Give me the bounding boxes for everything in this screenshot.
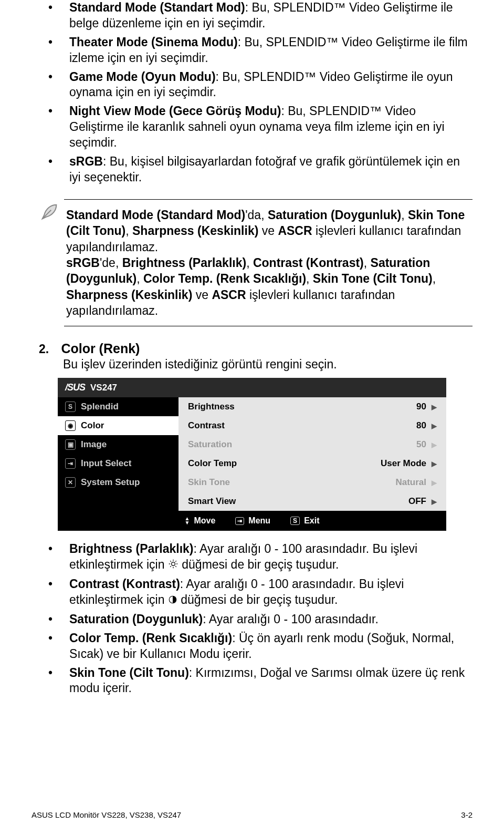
osd-item-system: ✕System Setup xyxy=(58,473,178,492)
chevron-right-icon: ▶ xyxy=(432,422,437,430)
color-icon: ◉ xyxy=(65,420,76,431)
tools-icon: ✕ xyxy=(65,477,76,488)
move-hint: ▲▼Move xyxy=(185,516,216,526)
svg-line-7 xyxy=(175,566,176,567)
footer-right: 3-2 xyxy=(461,810,472,819)
osd-item-color: ◉Color xyxy=(58,416,178,435)
feather-icon xyxy=(39,199,64,327)
s-icon: S xyxy=(290,517,300,525)
asus-logo: /SUS xyxy=(65,382,85,393)
chevron-right-icon: ▶ xyxy=(432,460,437,468)
osd-model: VS247 xyxy=(90,383,117,393)
osd-row-colortemp: Color TempUser Mode▶ xyxy=(178,454,446,473)
chevron-right-icon: ▶ xyxy=(432,498,437,506)
osd-item-image: ▣Image xyxy=(58,435,178,454)
osd-item-splendid: SSplendid xyxy=(58,397,178,416)
chevron-right-icon: ▶ xyxy=(432,479,437,487)
svg-point-1 xyxy=(172,562,175,566)
svg-line-6 xyxy=(170,561,171,562)
note-paragraph: sRGB'de, Brightness (Parlaklık), Contras… xyxy=(66,255,470,318)
chevron-right-icon: ▶ xyxy=(432,441,437,449)
section-description: Bu işlev üzerinden istediğiniz görüntü r… xyxy=(32,356,472,373)
osd-header: /SUS VS247 xyxy=(58,378,446,397)
footer-left: ASUS LCD Monitör VS228, VS238, VS247 xyxy=(32,810,181,819)
sun-icon xyxy=(168,558,178,573)
chevron-right-icon: ▶ xyxy=(432,403,437,411)
section-color: 2. Color (Renk) Bu işlev üzerinden isted… xyxy=(32,341,472,373)
list-item: sRGB: Bu, kişisel bilgisayarlardan fotoğ… xyxy=(69,154,472,186)
page-footer: ASUS LCD Monitör VS228, VS238, VS247 3-2 xyxy=(32,810,472,819)
list-item: Contrast (Kontrast): Ayar aralığı 0 - 10… xyxy=(69,576,472,609)
menu-icon: ⇥ xyxy=(235,517,244,525)
osd-row-brightness: Brightness90▶ xyxy=(178,397,446,416)
osd-row-contrast: Contrast80▶ xyxy=(178,416,446,435)
list-item: Night View Mode (Gece Görüş Modu): Bu, S… xyxy=(69,104,472,151)
input-icon: ⇥ xyxy=(65,458,76,469)
list-item: Brightness (Parlaklık): Ayar aralığı 0 -… xyxy=(69,541,472,573)
color-settings-list: Brightness (Parlaklık): Ayar aralığı 0 -… xyxy=(32,541,472,696)
s-icon: S xyxy=(65,401,76,412)
menu-hint: ⇥Menu xyxy=(235,516,270,526)
list-item: Standard Mode (Standart Mod): Bu, SPLEND… xyxy=(69,0,472,32)
osd-left-menu: SSplendid ◉Color ▣Image ⇥Input Select ✕S… xyxy=(58,397,178,511)
list-item: Game Mode (Oyun Modu): Bu, SPLENDID™ Vid… xyxy=(69,69,472,101)
osd-footer: ▲▼Move ⇥Menu SExit xyxy=(58,511,446,531)
osd-right-panel: Brightness90▶ Contrast80▶ Saturation50▶ … xyxy=(178,397,446,511)
list-item: Skin Tone (Cilt Tonu): Kırmızımsı, Doğal… xyxy=(69,665,472,697)
note-box: Standard Mode (Standard Mod)'da, Saturat… xyxy=(32,199,472,327)
updown-icon: ▲▼ xyxy=(185,517,190,525)
osd-row-saturation: Saturation50▶ xyxy=(178,435,446,454)
list-item: Theater Mode (Sinema Modu): Bu, SPLENDID… xyxy=(69,35,472,66)
osd-row-smartview: Smart ViewOFF▶ xyxy=(178,492,446,511)
list-item: Color Temp. (Renk Sıcaklığı): Üç ön ayar… xyxy=(69,631,472,662)
svg-line-9 xyxy=(175,561,176,562)
section-heading: 2. Color (Renk) xyxy=(32,341,472,356)
note-content: Standard Mode (Standard Mod)'da, Saturat… xyxy=(64,199,472,327)
exit-hint: SExit xyxy=(290,516,319,526)
splendid-mode-list: Standard Mode (Standart Mod): Bu, SPLEND… xyxy=(32,0,472,186)
image-icon: ▣ xyxy=(65,439,76,450)
osd-item-input: ⇥Input Select xyxy=(58,454,178,473)
list-item: Saturation (Doygunluk): Ayar aralığı 0 -… xyxy=(69,612,472,627)
svg-line-8 xyxy=(170,566,171,567)
contrast-icon xyxy=(168,593,177,609)
osd-screenshot: /SUS VS247 SSplendid ◉Color ▣Image ⇥Inpu… xyxy=(58,378,446,531)
osd-row-skintone: Skin ToneNatural▶ xyxy=(178,473,446,492)
note-paragraph: Standard Mode (Standard Mod)'da, Saturat… xyxy=(66,207,470,255)
